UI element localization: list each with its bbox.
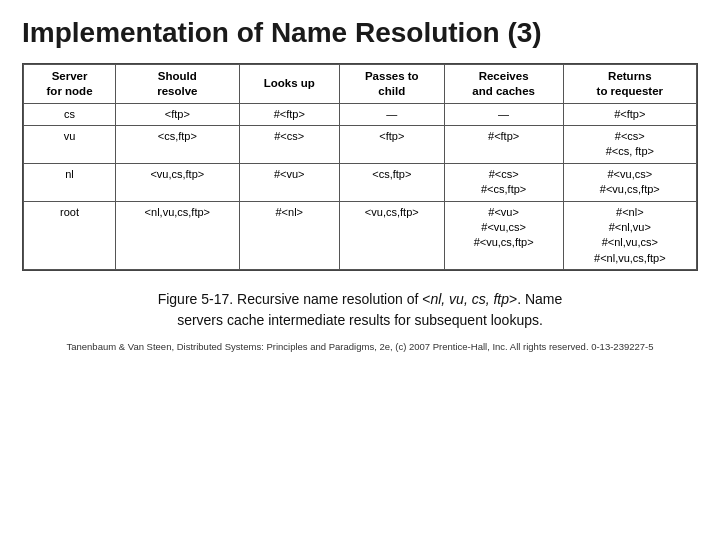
resolution-table: Serverfor node Shouldresolve Looks up Pa…: [23, 64, 697, 270]
footnote: Tanenbaum & Van Steen, Distributed Syste…: [22, 341, 698, 352]
page-title: Implementation of Name Resolution (3): [22, 18, 698, 49]
table-cell: #<vu>#<vu,cs>#<vu,cs,ftp>: [444, 201, 563, 270]
table-cell: #<vu,cs>#<vu,cs,ftp>: [563, 163, 696, 201]
table-cell: <ftp>: [116, 103, 239, 125]
table-cell: cs: [24, 103, 116, 125]
table-cell: <vu,cs,ftp>: [116, 163, 239, 201]
table-cell: #<nl>: [239, 201, 339, 270]
table-cell: <cs,ftp>: [339, 163, 444, 201]
table-cell: <cs,ftp>: [116, 126, 239, 164]
col-header-looks-up: Looks up: [239, 64, 339, 103]
table-cell: #<cs>#<cs,ftp>: [444, 163, 563, 201]
col-header-returns: Returnsto requester: [563, 64, 696, 103]
table-header-row: Serverfor node Shouldresolve Looks up Pa…: [24, 64, 697, 103]
table-cell: #<vu>: [239, 163, 339, 201]
table-cell: <ftp>: [339, 126, 444, 164]
table-row: vu<cs,ftp>#<cs><ftp>#<ftp>#<cs>#<cs, ftp…: [24, 126, 697, 164]
table-row: nl<vu,cs,ftp>#<vu><cs,ftp>#<cs>#<cs,ftp>…: [24, 163, 697, 201]
col-header-server: Serverfor node: [24, 64, 116, 103]
table-cell: nl: [24, 163, 116, 201]
table-cell: #<cs>#<cs, ftp>: [563, 126, 696, 164]
table-cell: #<nl>#<nl,vu>#<nl,vu,cs>#<nl,vu,cs,ftp>: [563, 201, 696, 270]
table-cell: <vu,cs,ftp>: [339, 201, 444, 270]
table-cell: —: [339, 103, 444, 125]
table-cell: root: [24, 201, 116, 270]
table-cell: —: [444, 103, 563, 125]
col-header-should-resolve: Shouldresolve: [116, 64, 239, 103]
table-row: root<nl,vu,cs,ftp>#<nl><vu,cs,ftp>#<vu>#…: [24, 201, 697, 270]
resolution-table-wrapper: Serverfor node Shouldresolve Looks up Pa…: [22, 63, 698, 271]
table-cell: #<cs>: [239, 126, 339, 164]
table-cell: vu: [24, 126, 116, 164]
table-cell: #<ftp>: [563, 103, 696, 125]
caption-text: Figure 5-17. Recursive name resolution o…: [158, 291, 563, 328]
table-row: cs<ftp>#<ftp>——#<ftp>: [24, 103, 697, 125]
figure-caption: Figure 5-17. Recursive name resolution o…: [22, 289, 698, 331]
col-header-passes-to-child: Passes tochild: [339, 64, 444, 103]
table-cell: #<ftp>: [239, 103, 339, 125]
table-cell: #<ftp>: [444, 126, 563, 164]
table-cell: <nl,vu,cs,ftp>: [116, 201, 239, 270]
col-header-receives-caches: Receivesand caches: [444, 64, 563, 103]
